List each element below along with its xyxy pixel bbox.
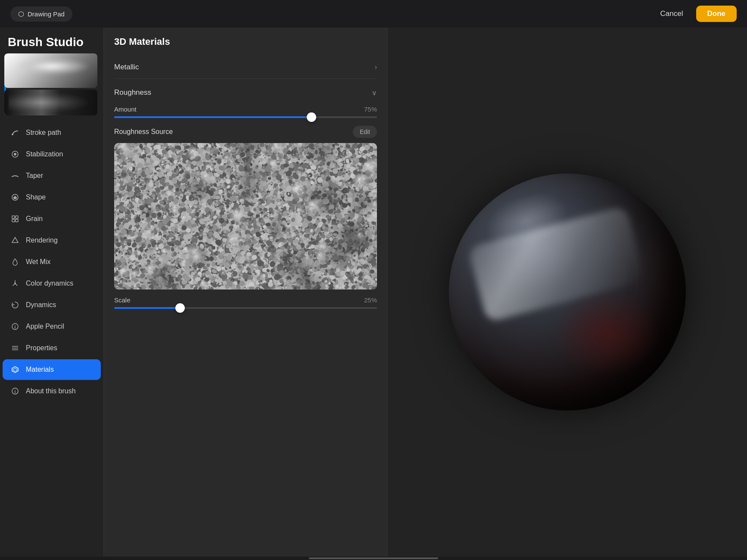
brush-preview-stroke-2 [4,90,97,115]
scale-slider-track[interactable] [114,307,377,309]
sidebar-item-dynamics[interactable]: Dynamics [3,295,101,315]
sidebar-label-rendering: Rendering [26,236,58,244]
sidebar: Brush Studio Stroke path S [0,28,103,557]
done-button[interactable]: Done [696,6,737,22]
top-bar-right: Cancel Done [654,6,737,22]
cancel-button[interactable]: Cancel [654,6,690,22]
brush-stroke-glow [13,58,90,75]
roughness-header[interactable]: Roughness ∨ [114,82,377,101]
sidebar-item-wet-mix[interactable]: Wet Mix [3,252,101,272]
drawing-pad-label: Drawing Pad [28,10,65,18]
brush-preview-1 [4,53,99,115]
sidebar-label-materials: Materials [26,366,54,373]
scale-label-row: Scale 25% [114,296,377,304]
sidebar-item-materials[interactable]: Materials [3,359,101,380]
sidebar-label-grain: Grain [26,215,43,223]
sidebar-label-about-brush: About this brush [26,387,76,395]
shape-icon [10,193,20,202]
sidebar-item-shape[interactable]: Shape [3,187,101,208]
amount-label: Amount [114,106,137,113]
sphere-container [449,174,686,411]
metallic-chevron-icon: › [375,63,377,71]
sidebar-label-apple-pencil: Apple Pencil [26,323,64,330]
roughness-source-label: Roughness Source [114,128,173,136]
amount-value: 75% [364,106,377,113]
scale-slider-section: Scale 25% [114,296,377,309]
sidebar-item-properties[interactable]: Properties [3,338,101,358]
stabilization-icon [10,149,20,159]
sidebar-label-taper: Taper [26,172,43,180]
scale-slider-fill [114,307,180,309]
sidebar-item-rendering[interactable]: Rendering [3,230,101,251]
svg-point-0 [12,134,13,135]
svg-rect-7 [16,219,18,222]
roughness-section: Roughness ∨ Amount 75% Roughness Source … [114,82,377,309]
rendering-icon [10,236,20,245]
scrollbar-thumb[interactable] [309,557,438,559]
sidebar-nav: Stroke path Stabilization Taper Shape [0,118,103,557]
roughness-texture-preview [114,143,377,289]
amount-slider-track[interactable] [114,116,377,118]
color-dynamics-icon [10,279,20,288]
svg-marker-15 [12,367,18,373]
bottom-scrollbar[interactable] [0,557,747,560]
roughness-texture-canvas [114,143,377,289]
sphere-dark-area [552,290,660,376]
center-panel: 3D Materials Metallic › Roughness ∨ Amou… [103,28,388,557]
svg-marker-8 [12,237,18,243]
preview-panel [388,28,747,557]
svg-rect-4 [12,216,15,218]
svg-marker-16 [13,368,17,371]
sidebar-item-stroke-path[interactable]: Stroke path [3,122,101,143]
brush-stroke-overlay [9,92,90,113]
sidebar-item-stabilization[interactable]: Stabilization [3,144,101,165]
apple-pencil-icon: i [10,322,20,331]
svg-point-9 [14,283,16,284]
drawing-pad-icon: ⬡ [18,10,24,18]
scale-slider-thumb[interactable] [175,303,185,313]
svg-point-2 [14,153,16,156]
dynamics-icon [10,300,20,310]
brush-studio-title: Brush Studio [0,28,103,53]
roughness-source-header: Roughness Source Edit [114,126,377,138]
sidebar-label-properties: Properties [26,344,57,352]
sidebar-item-color-dynamics[interactable]: Color dynamics [3,273,101,294]
panel-title: 3D Materials [114,36,377,47]
brush-preview-stroke-1 [4,53,97,88]
scale-label: Scale [114,296,131,304]
metallic-section[interactable]: Metallic › [114,56,377,79]
properties-icon [10,343,20,353]
amount-slider-thumb[interactable] [307,112,316,122]
svg-text:i: i [15,325,16,330]
amount-slider-row: Amount 75% [114,106,377,118]
stroke-path-icon [10,128,20,137]
top-bar-left: ⬡ Drawing Pad [10,6,72,22]
sidebar-item-grain[interactable]: Grain [3,208,101,229]
amount-label-row: Amount 75% [114,106,377,113]
drawing-pad-button[interactable]: ⬡ Drawing Pad [10,6,72,22]
sidebar-label-shape: Shape [26,193,46,201]
sidebar-label-wet-mix: Wet Mix [26,258,50,266]
grain-icon [10,214,20,224]
3d-sphere-preview [449,174,686,411]
metallic-label: Metallic [114,63,139,72]
top-bar: ⬡ Drawing Pad Cancel Done [0,0,747,28]
amount-slider-fill [114,116,311,118]
sidebar-item-taper[interactable]: Taper [3,165,101,186]
materials-icon [10,365,20,374]
taper-icon [10,171,20,180]
sidebar-label-color-dynamics: Color dynamics [26,280,73,287]
sidebar-item-apple-pencil[interactable]: i Apple Pencil [3,316,101,337]
sidebar-label-stroke-path: Stroke path [26,129,61,137]
wet-mix-icon [10,257,20,267]
edit-button[interactable]: Edit [353,126,377,138]
svg-rect-6 [12,219,15,222]
scale-value: 25% [364,296,377,304]
roughness-label: Roughness [114,88,151,97]
sidebar-label-dynamics: Dynamics [26,301,56,309]
about-brush-icon: i [10,386,20,396]
roughness-chevron-icon: ∨ [372,89,377,97]
sidebar-item-about-brush[interactable]: i About this brush [3,381,101,401]
sidebar-label-stabilization: Stabilization [26,150,63,158]
main-layout: Brush Studio Stroke path S [0,28,747,557]
